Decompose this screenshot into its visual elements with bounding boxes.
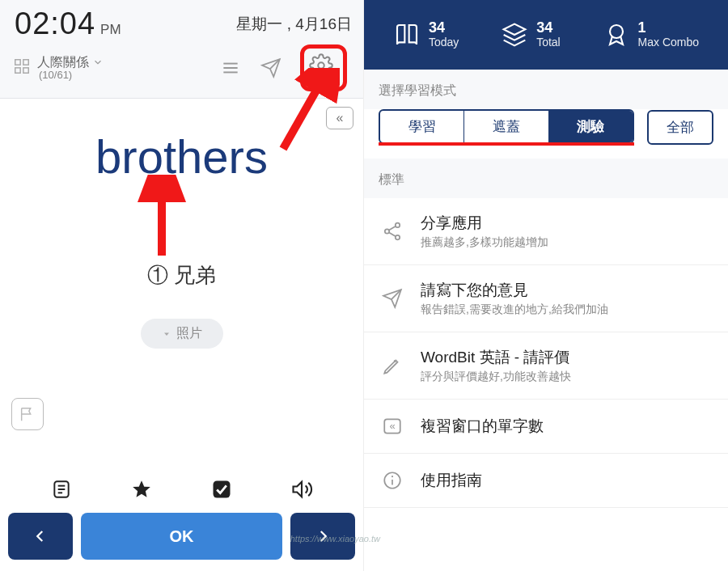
flag-button[interactable] [11, 398, 44, 430]
settings-screen: 34 Today 34 Total 1 Max Combo 選擇學習模式 [364, 0, 728, 571]
menu-icon[interactable] [219, 57, 242, 79]
next-button[interactable] [290, 513, 355, 560]
known-button[interactable] [210, 477, 234, 501]
send-icon [380, 286, 404, 311]
photo-label: 照片 [176, 325, 202, 342]
item-title: 請寫下您的意見 [421, 280, 608, 301]
audio-button[interactable] [290, 477, 314, 501]
stat-today-label: Today [429, 36, 459, 49]
settings-button[interactable] [300, 44, 347, 91]
section-standard: 標準 [364, 159, 728, 198]
mode-cover[interactable]: 遮蓋 [464, 111, 548, 142]
flag-icon [19, 405, 36, 423]
stack-icon [501, 21, 528, 49]
svg-rect-0 [15, 60, 20, 65]
stat-today-num: 34 [429, 20, 459, 36]
item-title: WordBit 英語 - 請評價 [421, 347, 571, 368]
item-title: 複習窗口的單字數 [421, 416, 544, 437]
flashcard-screen: 02:04 PM 星期一 , 4月16日 人際關係 (10/61) [0, 0, 364, 571]
svg-point-20 [385, 229, 389, 233]
svg-rect-3 [23, 68, 28, 73]
item-share[interactable]: 分享應用 推薦越多,多樣功能越增加 [364, 198, 728, 265]
mode-study[interactable]: 學習 [380, 111, 464, 142]
mode-test[interactable]: 測驗 [549, 111, 633, 142]
svg-point-21 [396, 235, 400, 239]
ampm-text: PM [100, 22, 121, 38]
svg-point-7 [318, 62, 324, 69]
annotation-underline [379, 142, 634, 146]
photo-button[interactable]: 照片 [141, 319, 223, 349]
stat-combo-label: Max Combo [638, 36, 699, 49]
stat-today: 34 Today [393, 20, 459, 49]
svg-marker-8 [164, 332, 169, 336]
svg-marker-13 [133, 480, 150, 497]
svg-point-18 [610, 25, 623, 38]
item-guide[interactable]: 使用指南 [364, 454, 728, 508]
pencil-icon [380, 353, 404, 378]
star-icon [131, 479, 152, 500]
svg-marker-15 [294, 482, 303, 497]
list-icon [51, 479, 72, 500]
mode-selector: 學習 遮蓋 測驗 全部 [364, 109, 728, 159]
prev-button[interactable] [8, 513, 73, 560]
item-title: 使用指南 [421, 470, 482, 491]
gear-icon [309, 53, 333, 78]
category-chooser[interactable]: 人際關係 (10/61) [13, 55, 104, 81]
meaning-text: ① 兄弟 [147, 261, 216, 290]
nav-buttons: OK [8, 513, 355, 560]
svg-line-22 [389, 226, 396, 231]
stats-header: 34 Today 34 Total 1 Max Combo [364, 0, 728, 70]
stat-total-label: Total [536, 36, 561, 49]
svg-point-19 [396, 223, 400, 227]
stat-combo-num: 1 [638, 20, 699, 36]
grid-icon [13, 57, 31, 78]
mode-all[interactable]: 全部 [647, 110, 713, 145]
favorite-button[interactable] [129, 477, 154, 501]
stat-total: 34 Total [501, 20, 561, 49]
subheader: 人際關係 (10/61) [0, 43, 363, 98]
clock: 02:04 PM [15, 6, 121, 41]
time-text: 02:04 [15, 6, 95, 41]
category-count: (10/61) [37, 70, 72, 81]
stat-combo: 1 Max Combo [603, 20, 699, 49]
item-sub: 報告錯誤,需要改進的地方,給我們加油 [421, 302, 608, 317]
bottom-toolbar [0, 477, 363, 501]
category-name: 人際關係 [37, 55, 89, 70]
flashcard[interactable]: « brothers ① 兄弟 照片 [0, 99, 363, 571]
send-icon[interactable] [260, 57, 282, 79]
chevron-down-icon [162, 329, 171, 339]
svg-rect-2 [15, 68, 20, 73]
ok-button[interactable]: OK [81, 513, 282, 560]
item-sub: 評分與評價越好,功能改善越快 [421, 370, 571, 384]
statusbar: 02:04 PM 星期一 , 4月16日 [0, 0, 363, 43]
svg-rect-1 [23, 60, 28, 65]
item-review-count[interactable]: « 複習窗口的單字數 [364, 400, 728, 454]
rewind-icon: « [380, 414, 404, 438]
chevron-left-icon [33, 529, 48, 544]
svg-rect-14 [214, 481, 231, 498]
svg-text:«: « [389, 420, 395, 432]
speaker-icon [290, 478, 313, 501]
badge-icon [603, 21, 630, 49]
chevron-down-icon [92, 57, 104, 68]
share-icon [380, 219, 404, 243]
notes-button[interactable] [49, 477, 74, 501]
svg-marker-17 [504, 24, 526, 35]
check-icon [210, 478, 233, 501]
review-back-button[interactable]: « [326, 107, 353, 129]
item-sub: 推薦越多,多樣功能越增加 [421, 235, 548, 250]
svg-line-23 [389, 232, 396, 236]
item-title: 分享應用 [421, 213, 548, 234]
section-select-mode: 選擇學習模式 [364, 70, 728, 109]
item-rate[interactable]: WordBit 英語 - 請評價 評分與評價越好,功能改善越快 [364, 332, 728, 400]
info-icon [380, 468, 404, 493]
book-icon [393, 21, 421, 49]
item-feedback[interactable]: 請寫下您的意見 報告錯誤,需要改進的地方,給我們加油 [364, 265, 728, 332]
svg-point-28 [392, 476, 393, 477]
word-text: brothers [95, 129, 268, 184]
date-text: 星期一 , 4月16日 [236, 14, 352, 35]
settings-list: 分享應用 推薦越多,多樣功能越增加 請寫下您的意見 報告錯誤,需要改進的地方,給… [364, 198, 728, 571]
stat-total-num: 34 [536, 20, 561, 36]
chevron-right-icon [315, 529, 330, 544]
